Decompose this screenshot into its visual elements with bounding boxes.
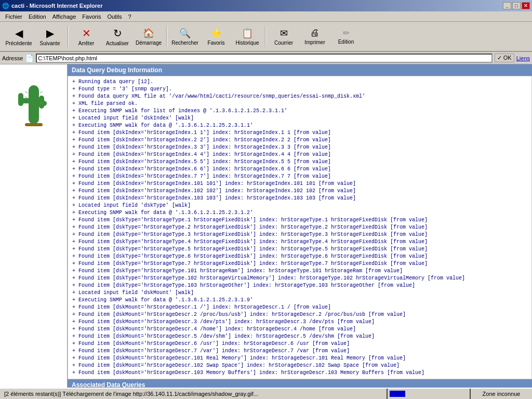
debug-line: + Found item [dskIndex='hrStorageIndex.7… [72, 173, 527, 180]
edit-button[interactable]: ✏ Edition [331, 23, 361, 49]
svg-rect-9 [25, 123, 43, 126]
stop-label: Arrêter [78, 41, 95, 46]
debug-line: + Found data query XML file at '/var/www… [72, 93, 527, 100]
progress-bar [390, 391, 405, 397]
debug-line: + Located input field 'dskIndex' [walk] [72, 115, 527, 122]
debug-line: + Found item [dskIndex='hrStorageIndex.4… [72, 151, 527, 158]
stop-button[interactable]: ✕ Arrêter [72, 23, 101, 49]
maximize-button[interactable]: □ [512, 2, 521, 9]
search-button[interactable]: 🔍 Rechercher [170, 23, 200, 49]
debug-line: + Found item [dskMount='hrStorageDescr.5… [72, 333, 527, 340]
assoc-section-header: Associated Data Queries [68, 379, 532, 388]
debug-line: + Found item [dskType='hrStorageType.103… [72, 282, 527, 289]
debug-line: + Found item [dskIndex='hrStorageIndex.3… [72, 144, 527, 151]
debug-line: + Found item [dskMount='hrStorageDescr.7… [72, 348, 527, 355]
status-zone: Zone inconnue [470, 389, 532, 399]
menu-fichier[interactable]: Fichier [2, 12, 25, 21]
address-icon: 📄 [25, 54, 34, 62]
debug-line: + Found type = '3' [snmp query]. [72, 86, 527, 93]
toolbar-sep-1 [68, 26, 69, 47]
address-input[interactable] [36, 54, 492, 63]
debug-line: + Located input field 'dskType' [walk] [72, 202, 527, 209]
history-label: Historique [235, 40, 259, 46]
status-progress [387, 389, 470, 399]
menu-help[interactable]: ? [125, 12, 135, 21]
toolbar: ◀ Précédente ▶ Suivante ✕ Arrêter ↻ Actu… [0, 22, 532, 52]
debug-line: + Executing SNMP walk for data @ '.1.3.6… [72, 209, 527, 217]
svg-rect-4 [39, 96, 44, 109]
debug-line: + Executing SNMP walk for data @ '.1.3.6… [72, 122, 527, 129]
svg-line-7 [40, 91, 43, 93]
toolbar-sep-3 [265, 26, 266, 47]
favorites-label: Favoris [208, 40, 225, 46]
edit-label: Edition [338, 39, 354, 45]
status-bar: [2 éléments restant(s)] Téléchargement d… [0, 388, 532, 399]
cactus-logo [10, 70, 57, 132]
menu-edition[interactable]: Edition [25, 12, 49, 21]
debug-line: + Executing SNMP walk for data @ '.1.3.6… [72, 297, 527, 304]
stop-icon: ✕ [82, 27, 91, 39]
address-bar: Adresse 📄 ✓ OK Liens [0, 52, 532, 64]
assoc-title: Associated Data Queries [72, 381, 145, 388]
debug-content: + Running data query [12].+ Found type =… [68, 76, 532, 379]
forward-button[interactable]: ▶ Suivante [35, 23, 64, 49]
debug-line: + Found item [dskMount='hrStorageDescr.1… [72, 355, 527, 362]
svg-line-6 [25, 97, 28, 98]
status-text: [2 éléments restant(s)] Téléchargement d… [0, 391, 387, 397]
edit-icon: ✏ [343, 28, 350, 38]
debug-line: + XML file parsed ok. [72, 100, 527, 108]
sidebar [0, 64, 68, 388]
print-label: Imprimer [304, 39, 325, 45]
debug-line: + Found item [dskIndex='hrStorageIndex.1… [72, 195, 527, 202]
back-button[interactable]: ◀ Précédente [4, 23, 33, 49]
home-button[interactable]: 🏠 Démarrage [134, 23, 163, 49]
debug-line: + Found item [dskType='hrStorageType.5 h… [72, 246, 527, 253]
debug-line: + Found item [dskType='hrStorageType.2 h… [72, 224, 527, 231]
debug-line: + Found item [dskMount='hrStorageDescr.2… [72, 311, 527, 318]
debug-line: + Found item [dskIndex='hrStorageIndex.6… [72, 166, 527, 173]
print-button[interactable]: 🖨 Imprimer [300, 23, 329, 49]
title-bar: 🌐 cacti - Microsoft Internet Explorer _ … [0, 0, 532, 11]
links-button[interactable]: Liens [516, 55, 530, 61]
content-area: Data Query Debug Information + Running d… [68, 64, 532, 388]
debug-line: + Executing SNMP walk for list of indexe… [72, 108, 527, 115]
debug-line: + Found item [dskType='hrStorageType.102… [72, 275, 527, 282]
menu-affichage[interactable]: Affichage [49, 12, 79, 21]
toolbar-sep-2 [166, 26, 167, 47]
debug-line: + Found item [dskMount='hrStorageDescr.1… [72, 304, 527, 311]
forward-icon: ▶ [46, 27, 54, 39]
debug-line: + Found item [dskMount='hrStorageDescr.3… [72, 318, 527, 326]
back-icon: ◀ [15, 27, 23, 39]
debug-line: + Found item [dskIndex='hrStorageIndex.1… [72, 188, 527, 195]
favorites-button[interactable]: ⭐ Favoris [202, 23, 231, 49]
back-label: Précédente [5, 41, 32, 46]
go-button[interactable]: ✓ OK [495, 54, 514, 62]
title-bar-controls: _ □ ✕ [503, 2, 530, 9]
minimize-button[interactable]: _ [503, 2, 511, 9]
forward-label: Suivante [40, 41, 60, 46]
mail-label: Courrier [274, 40, 293, 46]
title-bar-left: 🌐 cacti - Microsoft Internet Explorer [2, 3, 102, 9]
debug-line: + Found item [dskType='hrStorageType.6 h… [72, 253, 527, 260]
menu-favoris[interactable]: Favoris [79, 12, 104, 21]
debug-line: + Running data query [12]. [72, 78, 527, 86]
mail-button[interactable]: ✉ Courrier [269, 23, 298, 49]
svg-line-5 [25, 91, 28, 93]
history-icon: 📋 [242, 28, 253, 39]
debug-line: + Found item [dskType='hrStorageType.1 h… [72, 217, 527, 224]
debug-line: + Found item [dskMount='hrStorageDescr.6… [72, 340, 527, 348]
history-button[interactable]: 📋 Historique [233, 23, 262, 49]
debug-line: + Found item [dskMount='hrStorageDescr.1… [72, 369, 527, 377]
debug-line: + Found item [dskMount='hrStorageDescr.1… [72, 362, 527, 369]
menu-bar: Fichier Edition Affichage Favoris Outils… [0, 11, 532, 22]
favorites-icon: ⭐ [210, 28, 222, 39]
refresh-button[interactable]: ↻ Actualiser [103, 23, 132, 49]
print-icon: 🖨 [310, 28, 320, 38]
window-icon: 🌐 [2, 3, 9, 9]
menu-outils[interactable]: Outils [104, 12, 125, 21]
debug-line: + Found item [dskIndex='hrStorageIndex.1… [72, 180, 527, 188]
search-icon: 🔍 [179, 28, 191, 39]
debug-line: + Found item [dskType='hrStorageType.4 h… [72, 238, 527, 246]
svg-rect-2 [18, 93, 23, 106]
close-button[interactable]: ✕ [522, 2, 530, 9]
